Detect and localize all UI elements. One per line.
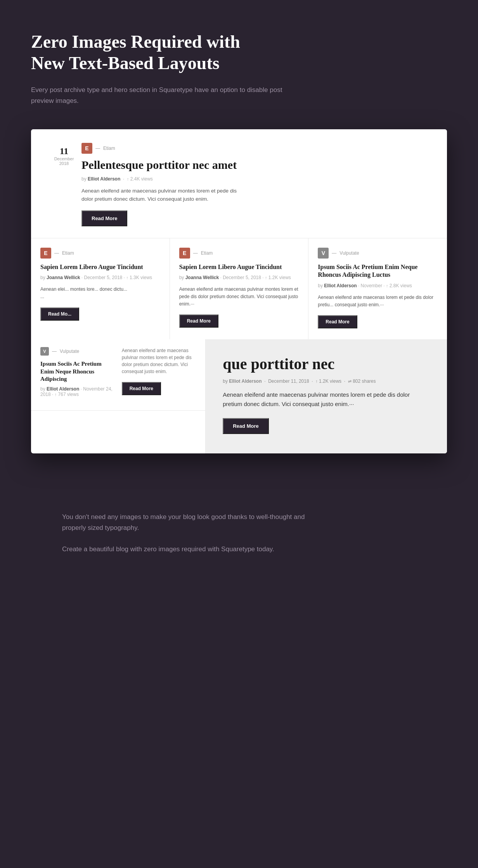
sub-card-vulputate-icon: V	[318, 248, 329, 259]
list-cat-vulputate: Vulputate	[60, 349, 79, 354]
footer-text-1: You don't need any images to make your b…	[62, 512, 310, 533]
list-card-1-icon: E	[40, 248, 51, 259]
list-card-1-badge: E — Etiam	[40, 248, 74, 259]
sub-card-etiam-meta: by Joanna Wellick · December 5, 2018 · 1…	[179, 275, 299, 280]
list-views-vulputate: 767 views	[58, 392, 79, 397]
page-title: Zero Images Required with New Text-Based…	[31, 31, 303, 74]
footer-text-2: Create a beautiful blog with zero images…	[62, 544, 310, 554]
page-wrapper: Zero Images Required with New Text-Based…	[0, 0, 478, 624]
gray-big-title: que porttitor nec	[223, 355, 430, 373]
list-row-left-vulputate: V — Vulputate Ipsum Sociis Ac Pretium En…	[40, 347, 115, 403]
sub-card-etiam-icon: E	[179, 248, 190, 259]
sub-card-vulputate-read-more-button[interactable]: Read More	[318, 315, 357, 328]
date-number: 11	[47, 146, 81, 156]
screenshot-composite: 11 December2018 E — Etiam Pellentesque p…	[31, 129, 447, 454]
gray-read-more-button[interactable]: Read More	[223, 418, 268, 434]
featured-views: 2.4K views	[130, 176, 153, 182]
header-section: Zero Images Required with New Text-Based…	[31, 31, 447, 106]
list-cards-column: V — Vulputate Ipsum Sociis Ac Pretium En…	[31, 339, 206, 453]
featured-title: Pellentesque porttitor nec amet	[81, 158, 431, 172]
list-card-1-read-more-button[interactable]: Read Mo...	[40, 307, 79, 321]
featured-author: Elliot Alderson	[88, 176, 120, 182]
footer-section: You don't need any images to make your b…	[31, 484, 447, 585]
list-card-1: E — Etiam Sapien Lorem Libero Augue Tinc…	[31, 238, 170, 340]
gray-big-excerpt: Aenean eleifend ante maecenas pulvinar m…	[223, 390, 430, 409]
sub-card-vulputate-meta: by Elliot Alderson · November · 2.8K vie…	[318, 283, 438, 288]
gray-shares: 802 shares	[353, 378, 376, 384]
sub-card-etiam-badge: E — Etiam	[179, 248, 213, 259]
page-subtitle: Every post archive type and hero section…	[31, 85, 287, 106]
list-author-vulputate: Elliot Alderson	[47, 386, 79, 392]
sub-card-vulputate-title: Ipsum Sociis Ac Pretium Enim Neque Rhonc…	[318, 263, 438, 279]
featured-body: E — Etiam Pellentesque porttitor nec ame…	[81, 143, 431, 226]
sub-cards-row: E — Etiam Sapien Lorem Libero Augue Tinc…	[31, 238, 447, 340]
sub-card-vulputate-author: Elliot Alderson	[324, 283, 357, 288]
list-card-1-cat: Etiam	[62, 250, 74, 256]
sub-card-vulputate-excerpt: Aenean eleifend ante maecenas lorem et p…	[318, 294, 438, 308]
category-icon-e: E	[81, 143, 92, 154]
gray-views: 1.2K views	[319, 378, 341, 384]
by-label: by	[81, 176, 87, 182]
list-row-vulputate: V — Vulputate Ipsum Sociis Ac Pretium En…	[31, 339, 205, 411]
views-icon-3	[386, 283, 388, 288]
category-badge: E — Etiam	[81, 143, 115, 154]
list-badge-vulputate: V — Vulputate	[40, 347, 79, 356]
views-icon-2	[265, 275, 267, 280]
featured-post-card: 11 December2018 E — Etiam Pellentesque p…	[31, 129, 447, 238]
sub-card-etiam-author: Joanna Wellick	[185, 275, 219, 280]
sub-card-vulputate-cat: Vulputate	[339, 250, 359, 256]
date-month-year: December2018	[47, 156, 81, 166]
category-name: Etiam	[103, 146, 115, 151]
list-meta-vulputate: by Elliot Alderson · November 24, 2018 ·…	[40, 386, 115, 397]
list-title-vulputate: Ipsum Sociis Ac Pretium Enim Neque Rhonc…	[40, 360, 115, 383]
featured-meta: by Elliot Alderson · 2.4K views	[81, 176, 431, 182]
post-date-block: 11 December2018	[47, 143, 81, 226]
sub-card-vulputate-date: November	[361, 283, 382, 288]
list-card-1-excerpt: Aenean elei... montes lore... donec dict…	[40, 286, 160, 300]
sub-card-etiam-title: Sapien Lorem Libero Augue Tincidunt	[179, 263, 299, 271]
sub-card-etiam-read-more-button[interactable]: Read More	[179, 314, 218, 328]
list-read-more-vulputate-button[interactable]: Read More	[122, 382, 161, 395]
views-icon-gray	[315, 378, 318, 384]
sub-card-etiam-date: December 5, 2018	[223, 275, 261, 280]
views-icon	[127, 176, 129, 182]
sub-card-vulputate-badge: V — Vulputate	[318, 248, 359, 259]
gray-big-section: que porttitor nec by Elliot Alderson · D…	[206, 339, 447, 453]
list-card-1-meta: by Joanna Wellick · December 5, 2018 · 1…	[40, 275, 160, 280]
sub-card-etiam-excerpt: Aenean eleifend ante maecenas pulvinar m…	[179, 286, 299, 307]
gray-date: December 11, 2018	[268, 378, 309, 384]
list-icon-v: V	[40, 347, 49, 356]
featured-read-more-button[interactable]: Read More	[81, 210, 127, 226]
sub-card-vulputate-views: 2.8K views	[390, 283, 412, 288]
category-dash: —	[95, 146, 100, 151]
list-excerpt-vulputate: Aenean eleifend ante maecenas pulvinar m…	[115, 347, 196, 403]
list-card-1-title: Sapien Lorem Libero Augue Tincidunt	[40, 263, 160, 271]
shares-icon-gray	[348, 378, 352, 384]
sub-card-etiam-cat: Etiam	[201, 250, 213, 256]
gray-big-meta: by Elliot Alderson · December 11, 2018 ·…	[223, 378, 430, 384]
list-and-gray-row: V — Vulputate Ipsum Sociis Ac Pretium En…	[31, 339, 447, 453]
gray-author: Elliot Alderson	[229, 378, 262, 384]
sub-card-etiam-views: 1.2K views	[268, 275, 291, 280]
featured-excerpt: Aenean eleifend ante maecenas pulvinar m…	[81, 187, 237, 203]
sub-card-etiam: E — Etiam Sapien Lorem Libero Augue Tinc…	[170, 238, 309, 340]
sub-card-vulputate: V — Vulputate Ipsum Sociis Ac Pretium En…	[308, 238, 447, 340]
